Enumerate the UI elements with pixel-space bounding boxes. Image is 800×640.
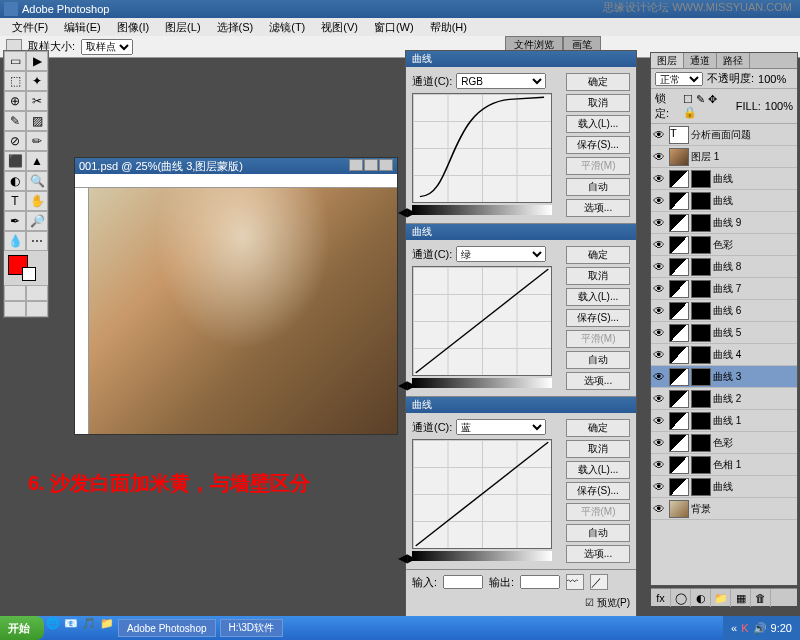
- layer-thumb[interactable]: T: [669, 126, 689, 144]
- dialog-button[interactable]: 保存(S)...: [566, 136, 630, 154]
- menu-item[interactable]: 视图(V): [313, 18, 366, 36]
- layer-row[interactable]: 👁曲线 3: [651, 366, 797, 388]
- channel-select[interactable]: 蓝: [456, 419, 546, 435]
- layer-mask-thumb[interactable]: [691, 412, 711, 430]
- fill-value[interactable]: 100%: [765, 100, 793, 112]
- mask-icon[interactable]: ◯: [671, 589, 691, 607]
- layer-thumb[interactable]: [669, 258, 689, 276]
- menu-item[interactable]: 图像(I): [109, 18, 157, 36]
- tool-button[interactable]: ✦: [26, 71, 48, 91]
- folder-icon[interactable]: 📁: [711, 589, 731, 607]
- dialog-button[interactable]: 取消: [566, 440, 630, 458]
- tray-icon[interactable]: «: [731, 622, 737, 634]
- tool-button[interactable]: ⋯: [26, 231, 48, 251]
- channel-select[interactable]: RGB: [456, 73, 546, 89]
- minimize-icon[interactable]: [349, 159, 363, 171]
- input-field[interactable]: [443, 575, 483, 589]
- tool-button[interactable]: ▲: [26, 151, 48, 171]
- menu-item[interactable]: 图层(L): [157, 18, 208, 36]
- layer-mask-thumb[interactable]: [691, 324, 711, 342]
- tool-button[interactable]: ✎: [4, 111, 26, 131]
- menu-item[interactable]: 选择(S): [209, 18, 262, 36]
- layer-mask-thumb[interactable]: [691, 170, 711, 188]
- output-field[interactable]: [520, 575, 560, 589]
- layer-row[interactable]: 👁曲线 4: [651, 344, 797, 366]
- visibility-icon[interactable]: 👁: [653, 304, 667, 318]
- tool-button[interactable]: ⊘: [4, 131, 26, 151]
- layer-mask-thumb[interactable]: [691, 258, 711, 276]
- new-layer-icon[interactable]: ▦: [731, 589, 751, 607]
- layer-row[interactable]: 👁曲线 2: [651, 388, 797, 410]
- layer-row[interactable]: 👁背景: [651, 498, 797, 520]
- layer-mask-thumb[interactable]: [691, 434, 711, 452]
- layer-name[interactable]: 图层 1: [691, 150, 795, 164]
- layer-row[interactable]: 👁曲线 8: [651, 256, 797, 278]
- layer-thumb[interactable]: [669, 434, 689, 452]
- layer-thumb[interactable]: [669, 478, 689, 496]
- tool-button[interactable]: 🔍: [26, 171, 48, 191]
- tool-button[interactable]: ▭: [4, 51, 26, 71]
- taskbar-item[interactable]: H:\3D软件: [220, 619, 284, 637]
- quicklaunch-icon[interactable]: 🎵: [82, 617, 96, 639]
- layer-row[interactable]: 👁曲线 7: [651, 278, 797, 300]
- tool-button[interactable]: ✒: [4, 211, 26, 231]
- menu-item[interactable]: 滤镜(T): [261, 18, 313, 36]
- dialog-button[interactable]: 选项...: [566, 545, 630, 563]
- tool-button[interactable]: ✂: [26, 91, 48, 111]
- layer-row[interactable]: 👁曲线 5: [651, 322, 797, 344]
- dialog-button[interactable]: 平滑(M): [566, 503, 630, 521]
- screen-mode-icon[interactable]: [26, 301, 48, 317]
- layer-name[interactable]: 曲线: [713, 480, 795, 494]
- layer-thumb[interactable]: [669, 456, 689, 474]
- visibility-icon[interactable]: 👁: [653, 370, 667, 384]
- close-icon[interactable]: [379, 159, 393, 171]
- tool-button[interactable]: 💧: [4, 231, 26, 251]
- quickmask-mode-icon[interactable]: [26, 285, 48, 301]
- layer-thumb[interactable]: [669, 390, 689, 408]
- layer-mask-thumb[interactable]: [691, 368, 711, 386]
- layer-name[interactable]: 曲线 5: [713, 326, 795, 340]
- sample-size-select[interactable]: 取样点: [81, 39, 133, 55]
- layer-thumb[interactable]: [669, 324, 689, 342]
- layer-row[interactable]: 👁图层 1: [651, 146, 797, 168]
- layer-row[interactable]: 👁曲线 9: [651, 212, 797, 234]
- visibility-icon[interactable]: 👁: [653, 392, 667, 406]
- layer-row[interactable]: 👁曲线: [651, 168, 797, 190]
- menu-item[interactable]: 编辑(E): [56, 18, 109, 36]
- tool-button[interactable]: 🔎: [26, 211, 48, 231]
- visibility-icon[interactable]: 👁: [653, 194, 667, 208]
- dialog-button[interactable]: 自动: [566, 524, 630, 542]
- lock-icons[interactable]: ☐ ✎ ✥ 🔒: [683, 93, 732, 119]
- panel-tab[interactable]: 图层: [651, 53, 684, 68]
- layer-mask-thumb[interactable]: [691, 192, 711, 210]
- dialog-button[interactable]: 选项...: [566, 199, 630, 217]
- layer-row[interactable]: 👁曲线: [651, 190, 797, 212]
- layer-name[interactable]: 曲线 9: [713, 216, 795, 230]
- curves-graph[interactable]: [412, 93, 552, 203]
- layer-name[interactable]: 分析画面问题: [691, 128, 795, 142]
- dialog-button[interactable]: 载入(L)...: [566, 115, 630, 133]
- layer-row[interactable]: 👁色彩: [651, 234, 797, 256]
- dialog-button[interactable]: 保存(S)...: [566, 482, 630, 500]
- layer-row[interactable]: 👁曲线 1: [651, 410, 797, 432]
- layer-row[interactable]: 👁色相 1: [651, 454, 797, 476]
- tool-button[interactable]: ◐: [4, 171, 26, 191]
- visibility-icon[interactable]: 👁: [653, 458, 667, 472]
- layer-thumb[interactable]: [669, 368, 689, 386]
- visibility-icon[interactable]: 👁: [653, 172, 667, 186]
- layer-mask-thumb[interactable]: [691, 214, 711, 232]
- visibility-icon[interactable]: 👁: [653, 128, 667, 142]
- tool-button[interactable]: ▨: [26, 111, 48, 131]
- layer-thumb[interactable]: [669, 192, 689, 210]
- visibility-icon[interactable]: 👁: [653, 436, 667, 450]
- dialog-button[interactable]: 确定: [566, 246, 630, 264]
- panel-tab[interactable]: 通道: [684, 53, 717, 68]
- layer-row[interactable]: 👁色彩: [651, 432, 797, 454]
- dialog-button[interactable]: 确定: [566, 419, 630, 437]
- visibility-icon[interactable]: 👁: [653, 414, 667, 428]
- curves-graph[interactable]: [412, 266, 552, 376]
- layer-name[interactable]: 曲线 7: [713, 282, 795, 296]
- layer-thumb[interactable]: [669, 236, 689, 254]
- layer-row[interactable]: 👁T分析画面问题: [651, 124, 797, 146]
- panel-title[interactable]: 曲线: [406, 224, 636, 240]
